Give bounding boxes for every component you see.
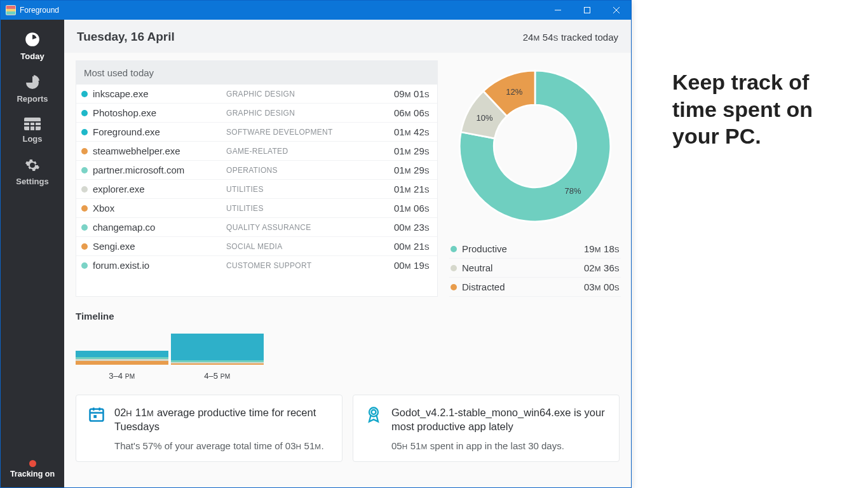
- legend-dot-icon: [451, 284, 457, 290]
- titlebar: Foreground: [1, 1, 631, 20]
- sidebar-item-reports[interactable]: Reports: [1, 69, 64, 111]
- app-time: 00M 21S: [394, 241, 430, 252]
- app-row[interactable]: Foreground.exeSOFTWARE DEVELOPMENT01M 42…: [76, 123, 437, 142]
- app-row[interactable]: explorer.exeUTILITIES01M 21S: [76, 180, 437, 199]
- maximize-button[interactable]: [573, 1, 602, 20]
- app-row[interactable]: forum.exist.ioCUSTOMER SUPPORT00M 19S: [76, 256, 437, 274]
- card-body: 05H 51M spent in app in the last 30 days…: [391, 440, 607, 451]
- app-name: forum.exist.io: [93, 260, 226, 271]
- gear-icon: [25, 158, 40, 173]
- window-title: Foreground: [20, 6, 59, 15]
- app-row[interactable]: Photoshop.exeGRAPHIC DESIGN06M 06S: [76, 104, 437, 123]
- sidebar-item-logs[interactable]: Logs: [1, 111, 64, 151]
- category-dot-icon: [81, 129, 88, 135]
- sidebar-item-settings[interactable]: Settings: [1, 151, 64, 194]
- most-used-panel: Most used today inkscape.exeGRAPHIC DESI…: [76, 60, 438, 297]
- legend-time: 19M 18S: [584, 243, 620, 254]
- content: Tuesday, 16 April 24M 54S tracked today …: [64, 20, 631, 487]
- record-icon: [29, 460, 36, 467]
- app-category: GRAPHIC DESIGN: [226, 90, 394, 98]
- app-time: 00M 19S: [394, 260, 430, 271]
- promo-headline: Keep track of time spent on your PC.: [672, 69, 849, 150]
- category-dot-icon: [81, 148, 88, 154]
- insight-card-average: 02H 11M average productive time for rece…: [76, 395, 342, 462]
- legend-label: Distracted: [462, 281, 505, 292]
- app-row[interactable]: partner.microsoft.comOPERATIONS01M 29S: [76, 161, 437, 180]
- app-row[interactable]: changemap.coQUALITY ASSURANCE00M 23S: [76, 218, 437, 237]
- category-dot-icon: [81, 205, 88, 212]
- app-name: explorer.exe: [93, 184, 226, 194]
- legend-dot-icon: [451, 265, 457, 271]
- app-name: steamwebhelper.exe: [93, 146, 226, 156]
- app-category: GAME-RELATED: [226, 147, 394, 156]
- app-category: CUSTOMER SUPPORT: [226, 261, 394, 270]
- card-body: That's 57% of your average total time of…: [114, 440, 330, 451]
- tracked-today: 24M 54S tracked today: [523, 32, 618, 43]
- app-icon: [6, 5, 16, 15]
- app-row[interactable]: Sengi.exeSOCIAL MEDIA00M 21S: [76, 237, 437, 256]
- sidebar-item-label: Logs: [22, 134, 42, 144]
- tracking-status[interactable]: Tracking on: [1, 455, 64, 487]
- date-header: Tuesday, 16 April 24M 54S tracked today: [64, 20, 631, 53]
- app-time: 00M 23S: [394, 222, 430, 233]
- category-dot-icon: [81, 167, 88, 173]
- legend-time: 03M 00S: [584, 281, 620, 292]
- timeline-bar[interactable]: [171, 334, 264, 365]
- app-name: Sengi.exe: [93, 241, 226, 252]
- app-time: 01M 06S: [394, 203, 430, 214]
- app-category: SOCIAL MEDIA: [226, 242, 394, 251]
- app-name: Photoshop.exe: [93, 107, 226, 118]
- close-button[interactable]: [602, 1, 631, 20]
- app-row[interactable]: steamwebhelper.exeGAME-RELATED01M 29S: [76, 142, 437, 161]
- timeline-segment: [76, 351, 168, 357]
- table-icon: [24, 118, 41, 130]
- minimize-button[interactable]: [543, 1, 573, 20]
- app-time: 06M 06S: [394, 107, 430, 118]
- category-dot-icon: [81, 224, 88, 231]
- app-category: UTILITIES: [226, 204, 394, 213]
- legend-row[interactable]: Neutral02M 36S: [449, 259, 621, 278]
- app-time: 01M 29S: [394, 165, 430, 175]
- app-row[interactable]: inkscape.exeGRAPHIC DESIGN09M 01S: [76, 85, 437, 104]
- timeline-segment: [76, 361, 168, 365]
- legend-row[interactable]: Productive19M 18S: [449, 240, 621, 259]
- category-dot-icon: [81, 243, 88, 250]
- award-icon: [365, 405, 383, 451]
- legend-dot-icon: [451, 246, 457, 252]
- app-name: Xbox: [93, 203, 226, 214]
- most-used-title: Most used today: [76, 61, 437, 85]
- legend-label: Productive: [462, 243, 507, 254]
- app-time: 09M 01S: [394, 88, 430, 99]
- category-dot-icon: [81, 186, 88, 193]
- timeline-label: 3–4 PM: [76, 371, 168, 381]
- legend-row[interactable]: Distracted03M 00S: [449, 278, 621, 297]
- app-name: partner.microsoft.com: [93, 165, 226, 175]
- app-time: 01M 21S: [394, 184, 430, 194]
- timeline-section: Timeline 3–4 PM4–5 PM: [64, 304, 631, 381]
- app-name: changemap.co: [93, 222, 226, 233]
- category-dot-icon: [81, 110, 88, 116]
- insight-card-top-app: Godot_v4.2.1-stable_mono_win64.exe is yo…: [353, 395, 620, 462]
- app-category: UTILITIES: [226, 185, 394, 194]
- category-donut: 78%10%12% Productive19M 18SNeutral02M 36…: [449, 60, 621, 297]
- sidebar-item-today[interactable]: Today: [1, 25, 64, 69]
- clock-icon: [24, 31, 41, 48]
- sidebar-item-label: Today: [20, 51, 44, 61]
- donut-legend: Productive19M 18SNeutral02M 36SDistracte…: [449, 240, 621, 297]
- legend-time: 02M 36S: [584, 262, 620, 273]
- app-time: 01M 42S: [394, 126, 430, 137]
- sidebar: Today Reports Logs Settings Tracking on: [1, 20, 64, 487]
- app-name: Foreground.exe: [93, 126, 226, 137]
- app-category: OPERATIONS: [226, 166, 394, 175]
- pie-icon: [25, 75, 40, 90]
- app-category: GRAPHIC DESIGN: [226, 109, 394, 118]
- app-time: 01M 29S: [394, 146, 430, 156]
- sidebar-item-label: Settings: [16, 177, 48, 186]
- donut-slice-label: 78%: [565, 186, 581, 196]
- legend-label: Neutral: [462, 262, 492, 273]
- donut-slice-label: 10%: [477, 113, 493, 123]
- timeline-bar[interactable]: [76, 351, 168, 365]
- svg-rect-15: [93, 415, 97, 418]
- sidebar-item-label: Reports: [17, 94, 48, 104]
- app-row[interactable]: XboxUTILITIES01M 06S: [76, 199, 437, 218]
